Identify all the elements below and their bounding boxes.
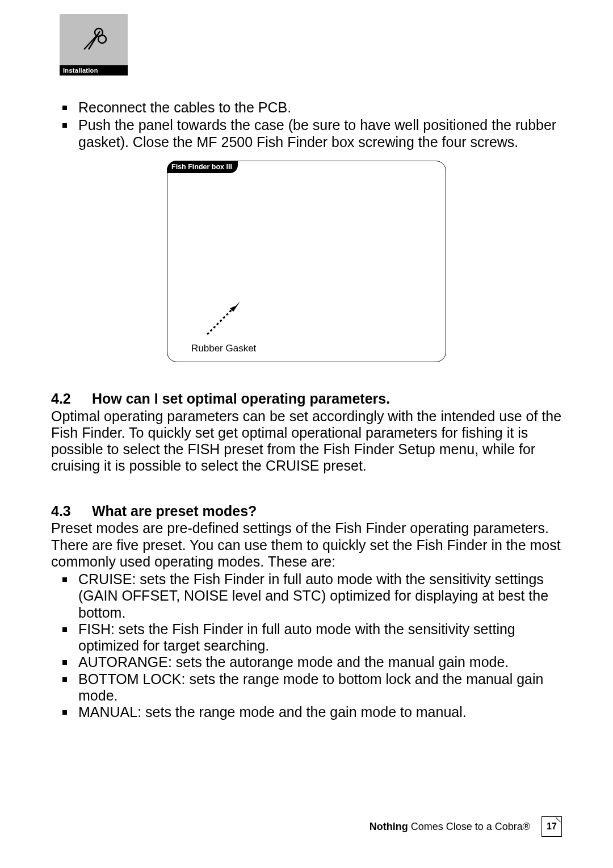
svg-point-3 xyxy=(98,35,106,43)
figure-box: Fish Finder box III Rubber Gasket xyxy=(167,161,446,362)
section-number: 4.3 xyxy=(51,503,92,519)
list-item: FISH: sets the Fish Finder in full auto … xyxy=(62,621,562,655)
section-body: Optimal operating parameters can be set … xyxy=(51,408,562,475)
list-item: Reconnect the cables to the PCB. xyxy=(62,99,562,116)
section-title: What are preset modes? xyxy=(92,503,257,519)
list-item: BOTTOM LOCK: sets the range mode to bott… xyxy=(62,671,562,705)
step-list: Reconnect the cables to the PCB. Push th… xyxy=(51,99,562,150)
figure-title-tab: Fish Finder box III xyxy=(167,161,238,173)
section-number: 4.2 xyxy=(51,391,92,407)
svg-line-4 xyxy=(207,306,236,334)
header-icon-label: Installation xyxy=(60,65,128,76)
footer-slogan: Nothing Comes Close to a Cobra® xyxy=(370,821,530,833)
page-number: 17 xyxy=(547,821,557,832)
footer: Nothing Comes Close to a Cobra® 17 xyxy=(370,816,562,837)
preset-list: CRUISE: sets the Fish Finder in full aut… xyxy=(51,571,562,720)
arrow-icon xyxy=(201,295,247,340)
figure-annotation: Rubber Gasket xyxy=(191,343,256,354)
svg-marker-5 xyxy=(230,301,240,312)
section-body: Preset modes are pre-defined settings of… xyxy=(51,520,562,570)
section-4-3: 4.3 What are preset modes? Preset modes … xyxy=(51,503,562,721)
section-title: How can I set optimal operating paramete… xyxy=(92,391,390,407)
page-number-box: 17 xyxy=(541,816,562,837)
figure: Fish Finder box III Rubber Gasket xyxy=(167,161,446,362)
list-item: CRUISE: sets the Fish Finder in full aut… xyxy=(62,571,562,621)
list-item: Push the panel towards the case (be sure… xyxy=(62,117,562,150)
header-icon-box xyxy=(60,14,128,65)
scissors-icon xyxy=(81,27,107,53)
list-item: AUTORANGE: sets the autorange mode and t… xyxy=(62,654,562,670)
list-item: MANUAL: sets the range mode and the gain… xyxy=(62,704,562,720)
section-4-2: 4.2 How can I set optimal operating para… xyxy=(51,391,562,475)
